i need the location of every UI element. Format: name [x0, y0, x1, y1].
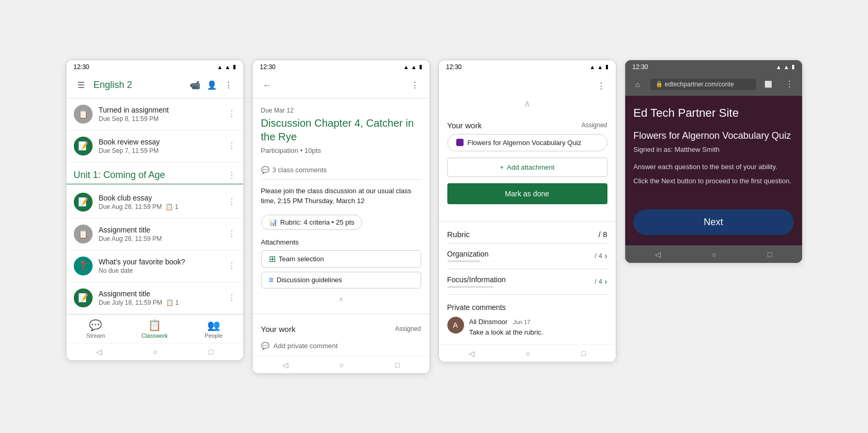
profile-icon[interactable]: 👤	[204, 77, 220, 94]
more-vert-icon-1[interactable]: ⋮	[220, 77, 237, 94]
browser-content-wrapper: Ed Tech Partner Site Flowers for Algerno…	[625, 96, 802, 246]
add-attachment-btn-3[interactable]: + Add attachment	[447, 158, 607, 177]
assignment-icon-2: 📝	[74, 137, 93, 156]
more-icon-6[interactable]: ⋮	[228, 293, 236, 303]
your-work-bar-2: Your work Assigned	[253, 318, 430, 338]
attachment-1[interactable]: ⊞ Team selection	[261, 250, 421, 268]
assignment-title-3: Book club essay	[99, 194, 228, 202]
assignment-item-4[interactable]: 📋 Assignment title Due Aug 28, 11:59 PM …	[66, 218, 243, 250]
android-nav-1: ◁ ○ □	[66, 343, 243, 360]
comment-row-3: A Ali Dinsmoor Jun 17 Take a look at the…	[447, 317, 607, 336]
recents-btn-2[interactable]: □	[395, 361, 399, 369]
battery-icon-3: ▮	[605, 63, 608, 70]
rubric-item-2[interactable]: Focus/Information / 4 ›	[447, 269, 607, 295]
due-date-2: Due Mar 12	[261, 107, 421, 114]
more-icon-1[interactable]: ⋮	[228, 109, 236, 119]
section-title-1: Unit 1: Coming of Age	[74, 170, 228, 181]
rubric-item-score-1: / 4 ›	[595, 251, 607, 261]
assignment-title-4: Assignment title	[99, 226, 228, 234]
assignment-item-5[interactable]: ❓ What's your favorite book? No due date…	[66, 250, 243, 282]
rubric-item-content-2: Focus/Information	[447, 275, 506, 288]
browser-url-4[interactable]: 🔒 edtechpartner.com/conte	[650, 79, 756, 90]
nav-classwork[interactable]: 📋 Classwork	[125, 315, 184, 343]
video-icon[interactable]: 📹	[187, 77, 204, 94]
assignment-icon-6: 📝	[74, 288, 93, 307]
more-icon-appbar-2[interactable]: ⋮	[407, 77, 423, 94]
attachment-2[interactable]: ≡ Discussion guidelines	[261, 272, 421, 288]
recents-btn-1[interactable]: □	[209, 348, 213, 356]
time-1: 12:30	[74, 63, 89, 71]
recents-btn-4[interactable]: □	[768, 250, 772, 259]
back-btn-4[interactable]: ◁	[655, 250, 661, 259]
quiz-chip-3[interactable]: Flowers for Algernon Vocabulary Quiz	[447, 134, 607, 151]
assignment-item-1[interactable]: 📋 Turned in assignment Due Sep 8, 11:59 …	[66, 98, 243, 130]
menu-icon[interactable]: ☰	[73, 77, 89, 94]
more-icon-5[interactable]: ⋮	[228, 261, 236, 271]
assigned-badge-2: Assigned	[395, 325, 421, 332]
back-btn-1[interactable]: ◁	[96, 348, 102, 356]
tabs-icon[interactable]: ⬜	[760, 76, 777, 93]
assignment-due-3: Due Aug 28, 11:59 PM 📋 1	[99, 203, 228, 210]
recents-btn-3[interactable]: □	[581, 349, 585, 358]
next-button-4[interactable]: Next	[634, 209, 794, 235]
battery-icon: ▮	[233, 63, 236, 70]
home-btn-4[interactable]: ○	[712, 250, 716, 259]
home-browser-icon[interactable]: ⌂	[629, 76, 646, 93]
wifi-icon-3: ▲	[590, 64, 595, 70]
nav-stream[interactable]: 💬 Stream	[66, 315, 126, 343]
assignment-item-6[interactable]: 📝 Assignment title Due July 18, 11:59 PM…	[66, 282, 243, 314]
content-2: Due Mar 12 Discussion Chapter 4, Catcher…	[253, 98, 430, 356]
more-icon-4[interactable]: ⋮	[228, 229, 236, 239]
private-comments-section-3: Private comments A Ali Dinsmoor Jun 17 T…	[439, 295, 616, 345]
attachment-label-2: Discussion guidelines	[277, 276, 342, 284]
rubric-item-1[interactable]: Organization / 4 ›	[447, 243, 607, 269]
home-btn-3[interactable]: ○	[526, 349, 530, 358]
home-btn-2[interactable]: ○	[340, 361, 344, 369]
android-nav-2: ◁ ○ □	[253, 356, 430, 373]
rubric-chip-2[interactable]: 📊 Rubric: 4 criteria • 25 pts	[261, 215, 363, 230]
back-btn-2[interactable]: ◁	[283, 361, 288, 369]
scroll-indicator-2: ∧	[261, 293, 421, 305]
add-comment-row-2[interactable]: 💬 Add private comment	[253, 338, 430, 356]
assignment-text-3: Book club essay Due Aug 28, 11:59 PM 📋 1	[99, 194, 228, 210]
assignment-item-2[interactable]: 📝 Book review essay Due Sep 7, 11:59 PM …	[66, 130, 243, 162]
signed-in-4: Signed in as: Matthew Smith	[634, 146, 794, 153]
your-work-label-3: Your work	[447, 121, 482, 130]
url-text: edtechpartner.com/conte	[665, 81, 734, 88]
nav-people[interactable]: 👥 People	[184, 315, 243, 343]
time-4: 12:30	[633, 63, 648, 71]
app-bar-1: ☰ English 2 📹 👤 ⋮	[66, 73, 243, 98]
assignment-due-5: No due date	[99, 267, 228, 274]
divider-3	[439, 221, 616, 221]
comments-line-2: 💬 3 class comments	[261, 161, 421, 180]
nav-people-label: People	[205, 332, 222, 339]
more-icon-browser[interactable]: ⋮	[781, 76, 798, 93]
back-icon-2[interactable]: ←	[259, 77, 276, 94]
content-3: Your work Assigned Flowers for Algernon …	[439, 113, 616, 345]
rubric-item-label-1: Organization	[447, 250, 489, 258]
assignment-item-3[interactable]: 📝 Book club essay Due Aug 28, 11:59 PM 📋…	[66, 186, 243, 218]
rubric-bar-2	[447, 286, 494, 288]
status-bar-1: 12:30 ▲ ▲ ▮	[66, 60, 243, 73]
more-icon-3[interactable]: ⋮	[228, 197, 236, 207]
status-icons-3: ▲ ▲ ▮	[590, 63, 608, 70]
attachment-label-1: Team selection	[279, 255, 324, 263]
doc-icon: ≡	[269, 275, 274, 285]
assignment-text-6: Assignment title Due July 18, 11:59 PM 📋…	[99, 290, 228, 306]
home-btn-1[interactable]: ○	[153, 348, 157, 356]
nav-stream-label: Stream	[86, 332, 105, 339]
more-icon-appbar-3[interactable]: ⋮	[593, 78, 610, 95]
classwork-icon: 📋	[148, 319, 161, 331]
assignment-due-1: Due Sep 8, 11:59 PM	[99, 115, 228, 123]
mark-done-btn-3[interactable]: Mark as done	[447, 183, 607, 204]
assignment-icon-5: ❓	[74, 257, 93, 275]
status-icons-1: ▲ ▲ ▮	[217, 63, 236, 70]
assignment-title-1: Turned in assignment	[99, 106, 228, 114]
wifi-icon: ▲	[217, 64, 223, 70]
back-btn-3[interactable]: ◁	[469, 349, 475, 358]
swipe-indicator-3: ∧	[439, 98, 616, 113]
more-icon-2[interactable]: ⋮	[228, 141, 236, 151]
app-bar-2: ← ⋮	[253, 73, 430, 98]
phone-4: 12:30 ▲ ▲ ▮ ⌂ 🔒 edtechpartner.com/conte …	[625, 60, 803, 263]
section-more-icon[interactable]: ⋮	[228, 170, 236, 180]
